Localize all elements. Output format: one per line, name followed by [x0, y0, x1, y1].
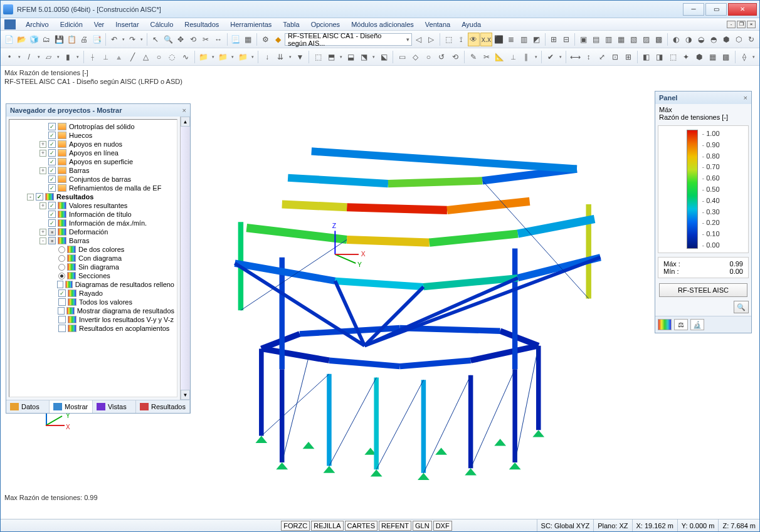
tree-item[interactable]: Información de título	[11, 210, 176, 219]
misc-6-icon[interactable]: ▦	[706, 50, 719, 64]
tree-item[interactable]: Rayado	[11, 289, 176, 298]
toggle-1-icon[interactable]: ⬚	[443, 33, 455, 46]
copy-icon[interactable]: 📋	[66, 33, 78, 46]
axo-icon[interactable]: ⬢	[720, 33, 732, 46]
checkbox-icon[interactable]	[36, 193, 43, 201]
sel-3-icon[interactable]: ○	[422, 50, 435, 64]
menu-ver[interactable]: Ver	[89, 19, 110, 29]
tree-item[interactable]: Secciones	[11, 271, 176, 280]
toggle-5-icon[interactable]: ⬛	[493, 33, 505, 46]
load-1-icon[interactable]: ↓	[261, 50, 273, 64]
menu-insertar[interactable]: Insertar	[110, 19, 144, 29]
expander-icon[interactable]: +	[40, 167, 46, 174]
sel-2-icon[interactable]: ◇	[409, 50, 421, 64]
checkbox-icon[interactable]	[48, 123, 56, 130]
edit-4-icon[interactable]: ⟂	[507, 50, 519, 64]
expander-icon[interactable]: +	[40, 202, 46, 209]
nav-tab-mostrar[interactable]: Mostrar	[50, 400, 93, 413]
tool-a-icon[interactable]: ⬚	[312, 50, 324, 64]
expander-icon[interactable]: -	[40, 237, 46, 244]
toggle-4-icon[interactable]: x.x	[480, 33, 492, 46]
support-icon[interactable]: △	[139, 50, 152, 64]
menu-edicion[interactable]: Edición	[55, 19, 88, 29]
solid-icon[interactable]: ▮	[62, 50, 75, 64]
tree-item[interactable]: Mostrar diagrama de resultados	[11, 306, 176, 315]
tree-item[interactable]: Todos los valores	[11, 298, 176, 306]
menu-calculo[interactable]: Cálculo	[145, 19, 179, 29]
checkbox-icon[interactable]	[48, 237, 56, 244]
toggle-7-icon[interactable]: ▥	[518, 33, 530, 46]
radio-icon[interactable]	[58, 264, 65, 271]
panel-zoom-icon[interactable]: 🔍	[734, 301, 749, 313]
solid-drop[interactable]: ▾	[75, 55, 81, 60]
dim-1-icon[interactable]: ⟷	[569, 50, 581, 64]
radio-icon[interactable]	[58, 246, 65, 253]
viewport[interactable]: Máx Razón de tensiones [-] RF-STEEL AISC…	[1, 66, 759, 519]
mdi-restore[interactable]: ❐	[737, 21, 746, 28]
f2-drop[interactable]: ▾	[230, 55, 236, 60]
tree-item[interactable]: +Valores resultantes	[11, 201, 176, 210]
undo-dropdown[interactable]: ▾	[120, 37, 125, 42]
menu-modulos[interactable]: Módulos adicionales	[346, 19, 419, 29]
new-icon[interactable]: 📄	[3, 33, 15, 46]
calc-icon[interactable]: ⚙	[260, 33, 272, 46]
view-5-icon[interactable]: ▧	[628, 33, 640, 46]
next-case-icon[interactable]: ▷	[425, 33, 437, 46]
tree-item[interactable]: Resultados en acoplamientos	[11, 324, 176, 333]
app-menu-icon[interactable]	[4, 19, 16, 29]
open-icon[interactable]: 📂	[16, 33, 28, 46]
sel-4-icon[interactable]: ↺	[435, 50, 448, 64]
refresh-icon[interactable]: ↻	[745, 33, 757, 46]
navigator-scrollbar[interactable]: ▲ ▼	[180, 117, 190, 400]
misc-2-icon[interactable]: ◨	[653, 50, 666, 64]
redo-dropdown[interactable]: ▾	[139, 37, 144, 42]
tree-item[interactable]: Con diagrama	[11, 254, 176, 263]
menu-herramientas[interactable]: Herramientas	[225, 19, 277, 29]
status-toggle-dxf[interactable]: DXF	[433, 521, 452, 531]
radio-icon[interactable]	[58, 255, 65, 262]
toggle-3-icon[interactable]: 👁	[468, 33, 480, 46]
misc-4-icon[interactable]: ✦	[680, 50, 692, 64]
tree-item[interactable]: +Apoyos en nudos	[11, 140, 176, 149]
line-drop[interactable]: ▾	[36, 55, 41, 60]
tree-item[interactable]: Diagramas de resultados relleno	[11, 280, 176, 289]
folder-1-icon[interactable]: 📁	[198, 50, 210, 64]
edit-2-icon[interactable]: ✂	[480, 50, 493, 64]
view-1-icon[interactable]: ▣	[578, 33, 589, 46]
status-toggle-gln[interactable]: GLN	[413, 521, 432, 531]
checkbox-icon[interactable]	[58, 289, 66, 297]
tree-item[interactable]: Sin diagrama	[11, 263, 176, 271]
persp-icon[interactable]: ⬡	[732, 33, 744, 46]
edit-1-icon[interactable]: ✎	[467, 50, 480, 64]
misc-1-icon[interactable]: ◧	[640, 50, 653, 64]
tool-b-icon[interactable]: ⬒	[325, 50, 338, 64]
checkbox-icon[interactable]	[58, 316, 66, 323]
tree-item[interactable]: Invertir los resultados V-y y V-z	[11, 315, 176, 324]
spring-icon[interactable]: ∿	[179, 50, 192, 64]
folder-3-icon[interactable]: 📁	[236, 50, 249, 64]
menu-tabla[interactable]: Tabla	[278, 19, 304, 29]
menu-opciones[interactable]: Opciones	[306, 19, 345, 29]
edit-5-icon[interactable]: ∥	[520, 50, 532, 64]
surf-icon[interactable]: ▱	[42, 50, 55, 64]
checkbox-icon[interactable]	[58, 298, 66, 306]
pan-icon[interactable]: ✥	[175, 33, 187, 46]
toggle-8-icon[interactable]: ◩	[530, 33, 542, 46]
nav-tab-datos[interactable]: Datos	[6, 400, 50, 413]
checkbox-icon[interactable]	[48, 202, 56, 209]
view-3-icon[interactable]: ▥	[603, 33, 615, 46]
node-drop[interactable]: ▾	[16, 55, 22, 60]
panel-tab-filter-icon[interactable]: 🔬	[690, 319, 704, 330]
tree-item[interactable]: Huecos	[11, 131, 176, 140]
tree-item[interactable]: Refinamientos de malla de EF	[11, 184, 176, 192]
models-icon[interactable]: 🧊	[28, 33, 40, 46]
tool-e-icon[interactable]: ⬕	[377, 50, 390, 64]
nav-tab-vistas[interactable]: Vistas	[93, 400, 136, 413]
misc-3-icon[interactable]: ⬚	[667, 50, 679, 64]
tree-item[interactable]: Información de máx./mín.	[11, 219, 176, 227]
module-icon[interactable]: ◆	[272, 33, 284, 46]
move-icon[interactable]: ↔	[213, 33, 224, 46]
checkbox-icon[interactable]	[48, 184, 56, 192]
tb-drop[interactable]: ▾	[339, 55, 344, 60]
scroll-up-icon[interactable]: ▲	[181, 117, 190, 127]
